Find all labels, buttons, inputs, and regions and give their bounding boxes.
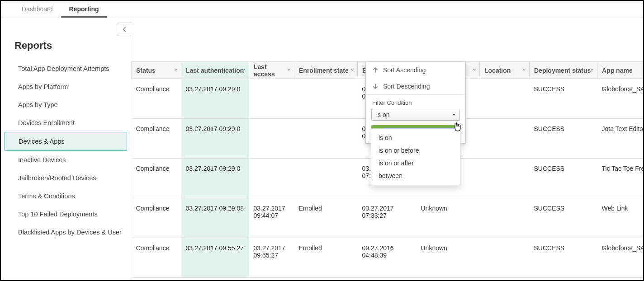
sidebar: Reports Total App Deployment Attempts Ap… [1,18,131,280]
chevron-down-icon [174,67,178,72]
filter-option-is-on-or-before[interactable]: is on or before [371,144,460,157]
filter-option-is-on[interactable]: is on [371,131,460,144]
filter-condition-select[interactable]: is on [371,109,460,121]
filter-option-is-on-or-after[interactable]: is on or after [371,157,460,169]
sidebar-item-devices-enrollment[interactable]: Devices Enrollment [5,114,127,132]
cell-enroll_state [294,79,358,119]
sidebar-title: Reports [14,40,131,52]
cell-enroll_state [294,119,358,159]
cell-last_access: 03.27.2017 09:44:07 [249,198,294,238]
col-header-label: Last access [254,63,275,78]
cell-status: Compliance [132,238,181,278]
chevron-down-icon [522,67,526,72]
col-header-last-auth[interactable]: Last authentication [181,62,249,79]
cell-last_access [249,119,294,159]
cell-enroll_state: Enrolled [294,198,358,238]
filter-option-between[interactable]: between [371,169,460,182]
top-tabs: Dashboard Reporting [1,1,643,18]
cell-last_access [249,79,294,119]
filter-condition-dropdown: is on is on or before is on or after bet… [371,128,460,185]
col-header-label: Deployment status [534,67,591,74]
col-header-label: App name [602,67,633,74]
sidebar-item-top10-failed[interactable]: Top 10 Failed Deployments [5,205,127,223]
col-header-label: Last authentication [186,67,244,74]
arrow-up-icon [372,67,379,73]
sort-asc-label: Sort Ascending [383,66,426,74]
table-row[interactable]: Compliance03.27.2017 09:55:2703.27.2017 … [132,238,644,278]
cell-ownership: Unknown [417,198,480,238]
cell-ownership: Unknown [417,238,480,278]
cell-status: Compliance [132,119,181,159]
cell-last_auth: 03.27.2017 09:29:08 [181,198,249,238]
chevron-left-icon [122,26,127,33]
cell-last_access: 03.27.2017 09:55:27 [249,238,294,278]
cell-deploy_status: SUCCESS [530,198,597,238]
cell-location [480,238,530,278]
cell-app_name: Web Link [597,198,644,238]
cell-deploy_status: SUCCESS [530,79,597,119]
cell-status: Compliance [132,79,181,119]
sidebar-item-apps-by-platform[interactable]: Apps by Platform [5,78,127,96]
cell-last_access [249,159,294,198]
cell-status: Compliance [132,159,181,198]
sidebar-item-blacklisted-apps[interactable]: Blacklisted Apps by Devices & User [5,223,127,241]
sort-ascending-option[interactable]: Sort Ascending [366,62,465,78]
caret-down-icon [452,113,456,117]
cell-location [480,198,530,238]
col-header-location[interactable]: Location [480,62,530,79]
col-header-label: Status [136,67,156,74]
cell-location [480,79,530,119]
cell-app_name: Globoforce_SA [597,79,644,119]
col-header-status[interactable]: Status [132,62,181,79]
cell-deploy_status: SUCCESS [530,238,597,278]
col-header-label: Enrollment state [299,67,349,74]
cell-location [480,159,530,198]
cell-deploy_status: SUCCESS [530,159,597,198]
cell-enroll_date: 09.27.2016 04:48:39 [358,238,417,278]
sort-descending-option[interactable]: Sort Descending [366,78,465,94]
col-header-last-access[interactable]: Last access [249,62,294,79]
tab-reporting[interactable]: Reporting [61,1,107,18]
cell-last_auth: 03.27.2017 09:29:0 [181,159,249,198]
collapse-sidebar-button[interactable] [117,23,131,36]
cell-location [480,119,530,159]
table-row[interactable]: Compliance03.27.2017 09:29:0803.27.2017 … [132,198,644,238]
chevron-down-icon [287,67,291,72]
cell-enroll_state [294,159,358,198]
cell-status: Compliance [132,198,181,238]
tab-dashboard[interactable]: Dashboard [14,1,61,18]
col-header-deploy-status[interactable]: Deployment status [530,62,597,79]
sidebar-item-devices-and-apps[interactable]: Devices & Apps [5,132,127,151]
col-header-app-name[interactable]: App name [597,62,644,79]
filter-condition-selected: is on [376,111,390,118]
cell-enroll_state: Enrolled [294,238,358,278]
col-header-label: Location [484,67,511,74]
sort-desc-label: Sort Descending [383,83,430,90]
cell-last_auth: 03.27.2017 09:29:0 [181,79,249,119]
cell-last_auth: 03.27.2017 09:55:27 [181,238,249,278]
chevron-down-icon [472,67,477,72]
cell-app_name: Globoforce_SA [597,238,644,278]
sidebar-item-terms-conditions[interactable]: Terms & Conditions [5,187,127,205]
cell-last_auth: 03.27.2017 09:29:0 [181,119,249,159]
cell-enroll_date: 03.27.2017 07:33:27 [358,198,417,238]
sidebar-item-total-app-deployment[interactable]: Total App Deployment Attempts [5,60,127,78]
cell-app_name: Jota Text Editor [597,119,644,159]
col-header-enroll-state[interactable]: Enrollment state [294,62,358,79]
cell-app_name: Tic Tac Toe Fre [597,159,644,198]
arrow-down-icon [372,83,379,89]
cell-deploy_status: SUCCESS [530,119,597,159]
chevron-down-icon [242,67,246,72]
chevron-down-icon [590,67,594,72]
chevron-down-icon [350,67,355,72]
filter-condition-label: Filter Condition [366,95,465,109]
sidebar-item-apps-by-type[interactable]: Apps by Type [5,96,127,114]
sidebar-item-inactive-devices[interactable]: Inactive Devices [5,151,127,169]
sidebar-item-jailbroken-rooted[interactable]: Jailbroken/Rooted Devices [5,169,127,187]
